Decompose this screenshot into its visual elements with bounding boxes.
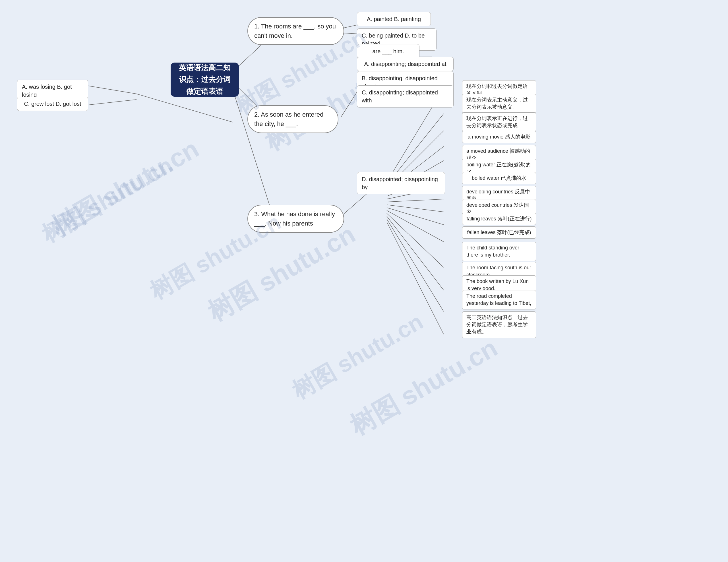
svg-line-23 bbox=[387, 208, 444, 225]
watermark-4: 树图 shutu.cn bbox=[344, 331, 504, 443]
svg-line-11 bbox=[85, 100, 137, 105]
info-2: 现在分词表示主动意义，过去分词表示被动意义。 bbox=[462, 94, 536, 113]
svg-line-27 bbox=[387, 219, 444, 311]
svg-line-10 bbox=[85, 85, 137, 94]
svg-line-28 bbox=[387, 222, 444, 334]
svg-line-24 bbox=[387, 210, 444, 242]
svg-line-21 bbox=[387, 199, 444, 202]
svg-line-9 bbox=[137, 94, 233, 122]
info-12: The child standing over there is my brot… bbox=[462, 242, 536, 261]
svg-line-22 bbox=[387, 205, 444, 212]
q2-context: are ___ him. bbox=[357, 44, 419, 58]
info-3: 现在分词表示正在进行，过去分词表示状态或完成 bbox=[462, 112, 536, 132]
q2-option-a: A. disappointing; disappointed at bbox=[357, 57, 454, 71]
watermark-5: 树图 shutu.cn bbox=[36, 150, 179, 250]
question-3: 3. What he has done is really ___. Now h… bbox=[247, 205, 344, 233]
info-15: The road completed yesterday is leading … bbox=[462, 290, 536, 309]
q2-left-answer-cd: C. grew lost D. got lost bbox=[17, 97, 88, 111]
q2-option-c: C. disappointing; disappointed with bbox=[357, 85, 454, 108]
info-7: boiled water 已煮沸的水 bbox=[462, 172, 536, 184]
info-11: fallen leaves 落叶(已经完成) bbox=[462, 226, 536, 239]
watermark-3: 树图 shutu.cn bbox=[201, 217, 361, 330]
info-16: 高二英语语法知识点：过去分词做定语表语，愿考生学业有成。 bbox=[462, 311, 536, 338]
q1-answer-ab: A. painted B. painting bbox=[357, 12, 431, 26]
info-4: a moving movie 感人的电影 bbox=[462, 131, 536, 143]
watermark-8: 树图 shutu.cn bbox=[287, 307, 429, 406]
central-node: 英语语法高二知识点：过去分词做定语表语 bbox=[171, 63, 239, 97]
question-2: 2. As soon as he entered the city, he __… bbox=[247, 105, 338, 133]
q3-option-d: D. disappointed; disappointing by bbox=[357, 172, 445, 194]
svg-line-26 bbox=[387, 216, 444, 290]
info-10: falling leaves 落叶(正在进行) bbox=[462, 213, 536, 225]
watermark-1: 树图 shutu.cn bbox=[45, 132, 205, 244]
svg-line-25 bbox=[387, 213, 444, 267]
question-1: 1. The rooms are ___, so you can't move … bbox=[247, 17, 344, 45]
